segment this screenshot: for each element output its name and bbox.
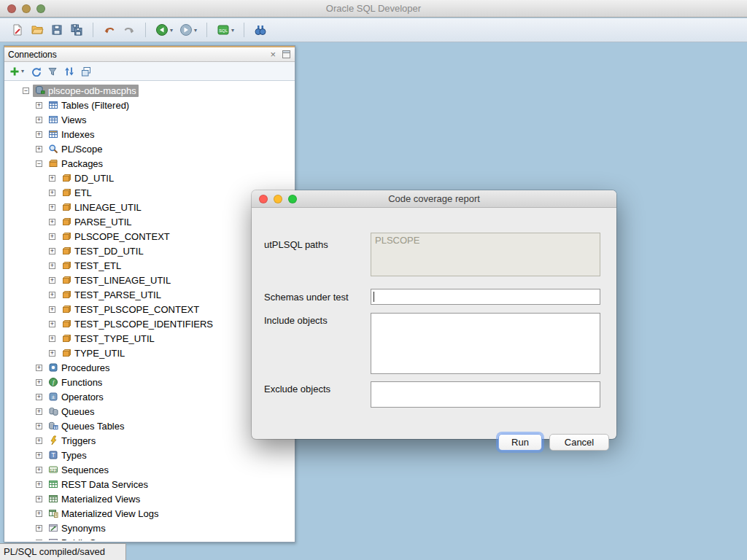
window-minimize-button[interactable] <box>22 4 31 13</box>
tree-item-content[interactable]: LINEAGE_UTIL <box>59 201 144 214</box>
tree-item-content[interactable]: Packages <box>46 158 105 170</box>
exclude-objects-textarea[interactable] <box>371 381 600 408</box>
cascade-icon[interactable] <box>81 66 91 77</box>
window-titlebar[interactable]: Oracle SQL Developer <box>0 0 747 18</box>
tree-item-content[interactable]: Materialized View Logs <box>46 508 160 520</box>
filter-icon[interactable] <box>47 66 58 77</box>
expand-icon[interactable]: + <box>36 102 42 109</box>
tree-item-content[interactable]: Views <box>46 114 88 126</box>
tree-item-content[interactable]: ETL <box>59 187 94 199</box>
tree-item-content[interactable]: ±Operators <box>46 391 106 403</box>
tree-item-content[interactable]: TEST_PLSCOPE_CONTEXT <box>59 303 201 316</box>
expand-icon[interactable]: + <box>49 190 55 196</box>
tree-item-views[interactable]: +Views <box>4 112 295 127</box>
dialog-titlebar[interactable]: Code coverage report <box>252 190 616 208</box>
redo-icon[interactable] <box>120 20 138 39</box>
expand-icon[interactable]: + <box>36 394 42 400</box>
expand-icon[interactable]: + <box>49 175 55 182</box>
dialog-minimize-button[interactable] <box>274 195 282 203</box>
tree-item-content[interactable]: Materialized Views <box>46 493 142 505</box>
expand-icon[interactable]: + <box>36 365 42 371</box>
tree-item-content[interactable]: TEST_PARSE_UTIL <box>59 289 163 301</box>
utplsql-paths-textarea[interactable]: PLSCOPE <box>371 233 600 276</box>
tree-item-materialized-views[interactable]: +Materialized Views <box>4 491 295 506</box>
expand-icon[interactable]: + <box>49 277 55 284</box>
cancel-button[interactable]: Cancel <box>549 434 609 451</box>
include-objects-textarea[interactable] <box>371 313 600 374</box>
tree-item-pl-scope[interactable]: +PL/Scope <box>4 141 295 156</box>
tree-item-content[interactable]: TEST_LINEAGE_UTIL <box>59 274 173 287</box>
forward-icon[interactable]: ▾ <box>177 20 199 39</box>
save-all-icon[interactable] <box>68 20 85 39</box>
undo-icon[interactable] <box>101 20 118 39</box>
tree-item-content[interactable]: 123Sequences <box>46 464 111 476</box>
dialog-close-button[interactable] <box>259 195 268 203</box>
expand-icon[interactable]: + <box>36 467 42 473</box>
expand-icon[interactable]: + <box>49 292 55 298</box>
collapse-icon[interactable]: − <box>23 88 29 94</box>
tree-item-content[interactable]: TEST_DD_UTIL <box>59 245 146 257</box>
tree-item-public-synonyms[interactable]: +Public Synonyms <box>4 535 295 540</box>
dropdown-caret-icon[interactable]: ▾ <box>21 68 24 74</box>
dropdown-caret-icon[interactable]: ▾ <box>231 27 234 34</box>
expand-icon[interactable]: + <box>36 379 42 386</box>
window-close-button[interactable] <box>7 4 16 13</box>
tree-item-content[interactable]: DD_UTIL <box>59 172 116 184</box>
tree-item-dd-util[interactable]: +DD_UTIL <box>4 171 295 185</box>
expand-icon[interactable]: + <box>49 204 55 211</box>
expand-icon[interactable]: + <box>49 262 55 269</box>
tree-item-types[interactable]: +TTypes <box>4 448 295 462</box>
tree-item-content[interactable]: Tables (Filtered) <box>46 99 131 112</box>
tree-item-content[interactable]: TEST_PLSCOPE_IDENTIFIERS <box>59 318 215 330</box>
expand-icon[interactable]: + <box>49 248 55 254</box>
dropdown-caret-icon[interactable]: ▾ <box>170 27 173 34</box>
tree-item-content[interactable]: Queues <box>46 405 97 418</box>
tree-item-content[interactable]: fFunctions <box>46 376 104 389</box>
window-zoom-button[interactable] <box>36 4 45 13</box>
tree-item-content[interactable]: TEST_TYPE_UTIL <box>59 332 157 345</box>
expand-icon[interactable]: + <box>36 496 42 502</box>
tree-item-content[interactable]: Public Synonyms <box>46 537 136 541</box>
expand-icon[interactable]: + <box>36 423 42 429</box>
open-icon[interactable] <box>28 20 46 39</box>
tree-item-indexes[interactable]: +Indexes <box>4 127 295 141</box>
tree-item-content[interactable]: PLSCOPE_CONTEXT <box>59 230 172 243</box>
expand-icon[interactable]: + <box>36 438 42 444</box>
dialog-zoom-button[interactable] <box>288 195 297 203</box>
new-icon[interactable] <box>9 20 26 39</box>
sort-icon[interactable] <box>64 66 74 77</box>
collapse-icon[interactable]: − <box>36 160 42 167</box>
panel-restore-icon[interactable] <box>282 50 291 59</box>
tree-item-materialized-view-logs[interactable]: +Materialized View Logs <box>4 506 295 521</box>
expand-icon[interactable]: + <box>49 335 55 342</box>
refresh-icon[interactable] <box>31 66 41 77</box>
run-button[interactable]: Run <box>498 434 542 451</box>
tree-item-content[interactable]: TYPE_UTIL <box>59 347 127 359</box>
expand-icon[interactable]: + <box>49 306 55 313</box>
tree-item-content[interactable]: Synonyms <box>46 522 108 534</box>
panel-close-icon[interactable]: × <box>268 50 277 59</box>
tree-item-content[interactable]: Queues Tables <box>46 420 127 432</box>
tree-item-content[interactable]: Procedures <box>46 362 112 374</box>
expand-icon[interactable]: + <box>36 452 42 459</box>
tree-item-packages[interactable]: −Packages <box>4 156 295 171</box>
expand-icon[interactable]: + <box>36 525 42 532</box>
schemas-under-test-input[interactable] <box>371 289 600 305</box>
expand-icon[interactable]: + <box>36 146 42 152</box>
tree-item-rest-data-services[interactable]: +REST Data Services <box>4 477 295 491</box>
expand-icon[interactable]: + <box>36 510 42 517</box>
expand-icon[interactable]: + <box>36 408 42 415</box>
dropdown-caret-icon[interactable]: ▾ <box>194 27 197 34</box>
tree-item-tables-filtered[interactable]: +Tables (Filtered) <box>4 98 295 112</box>
expand-icon[interactable]: + <box>36 117 42 123</box>
expand-icon[interactable]: + <box>36 131 42 138</box>
connections-panel-header[interactable]: Connections × <box>4 46 295 62</box>
expand-icon[interactable]: + <box>36 481 42 488</box>
expand-icon[interactable]: + <box>49 321 55 327</box>
tree-item-content[interactable]: PARSE_UTIL <box>59 216 134 228</box>
tree-item-content[interactable]: Triggers <box>46 435 98 447</box>
tree-item-plscope-odb-macphs[interactable]: −plscope-odb-macphs <box>4 83 295 98</box>
expand-icon[interactable]: + <box>36 540 42 541</box>
expand-icon[interactable]: + <box>49 350 55 357</box>
tree-item-synonyms[interactable]: +Synonyms <box>4 521 295 535</box>
